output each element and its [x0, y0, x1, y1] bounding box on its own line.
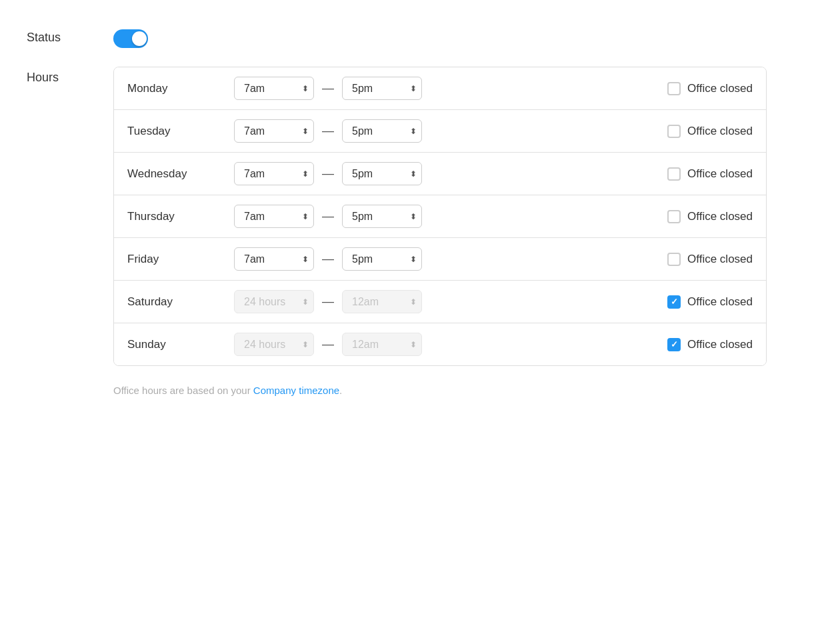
status-toggle-wrapper — [113, 29, 148, 48]
office-closed-label: Office closed — [687, 210, 753, 223]
end-time-wrapper: 12am1am2am3am4am5am6am7am8am9am10am11am1… — [342, 162, 422, 185]
time-controls: 12am1am2am3am4am5am6am7am8am9am10am11am1… — [234, 205, 647, 228]
day-name: Saturday — [127, 295, 234, 309]
office-closed-label: Office closed — [687, 253, 753, 266]
end-time-select: 12am — [342, 290, 422, 313]
office-closed-checkbox[interactable] — [667, 125, 681, 138]
day-name: Wednesday — [127, 167, 234, 181]
office-closed-wrap: Office closed — [667, 338, 753, 351]
time-controls: 12am1am2am3am4am5am6am7am8am9am10am11am1… — [234, 77, 647, 100]
start-time-wrapper: 12am1am2am3am4am5am6am7am8am9am10am11am1… — [234, 119, 314, 143]
time-controls: 24 hours—12am — [234, 333, 647, 356]
time-controls: 12am1am2am3am4am5am6am7am8am9am10am11am1… — [234, 119, 647, 143]
footer-note: Office hours are based on your Company t… — [27, 385, 813, 396]
table-row: Friday12am1am2am3am4am5am6am7am8am9am10a… — [114, 238, 766, 281]
table-row: Sunday24 hours—12amOffice closed — [114, 323, 766, 365]
table-row: Tuesday12am1am2am3am4am5am6am7am8am9am10… — [114, 110, 766, 153]
office-closed-wrap: Office closed — [667, 210, 753, 223]
office-closed-label: Office closed — [687, 338, 753, 351]
start-time-select[interactable]: 12am1am2am3am4am5am6am7am8am9am10am11am1… — [234, 119, 314, 143]
footer-text-before: Office hours are based on your — [113, 385, 253, 396]
office-closed-checkbox[interactable] — [667, 295, 681, 309]
end-time-select[interactable]: 12am1am2am3am4am5am6am7am8am9am10am11am1… — [342, 77, 422, 100]
time-controls: 24 hours—12am — [234, 290, 647, 313]
time-separator: — — [322, 81, 334, 95]
end-time-wrapper: 12am1am2am3am4am5am6am7am8am9am10am11am1… — [342, 247, 422, 271]
office-closed-checkbox[interactable] — [667, 82, 681, 95]
table-row: Thursday12am1am2am3am4am5am6am7am8am9am1… — [114, 195, 766, 238]
start-time-select[interactable]: 12am1am2am3am4am5am6am7am8am9am10am11am1… — [234, 77, 314, 100]
time-separator: — — [322, 209, 334, 223]
day-name: Tuesday — [127, 125, 234, 138]
time-separator: — — [322, 167, 334, 181]
hours-table: Monday12am1am2am3am4am5am6am7am8am9am10a… — [113, 67, 767, 366]
office-closed-wrap: Office closed — [667, 82, 753, 95]
start-time-wrapper: 12am1am2am3am4am5am6am7am8am9am10am11am1… — [234, 205, 314, 228]
office-closed-label: Office closed — [687, 82, 753, 95]
office-closed-label: Office closed — [687, 167, 753, 181]
day-name: Friday — [127, 253, 234, 266]
end-time-wrapper: 12am — [342, 290, 422, 313]
status-section: Status — [27, 27, 813, 48]
office-closed-checkbox[interactable] — [667, 338, 681, 351]
day-name: Monday — [127, 82, 234, 95]
start-time-select[interactable]: 12am1am2am3am4am5am6am7am8am9am10am11am1… — [234, 162, 314, 185]
end-time-select: 12am — [342, 333, 422, 356]
hours-label: Hours — [27, 67, 113, 85]
end-time-select[interactable]: 12am1am2am3am4am5am6am7am8am9am10am11am1… — [342, 162, 422, 185]
start-time-select[interactable]: 12am1am2am3am4am5am6am7am8am9am10am11am1… — [234, 205, 314, 228]
company-timezone-link[interactable]: Company timezone — [253, 385, 339, 396]
office-closed-wrap: Office closed — [667, 125, 753, 138]
table-row: Saturday24 hours—12amOffice closed — [114, 281, 766, 323]
office-closed-wrap: Office closed — [667, 253, 753, 266]
start-time-wrapper: 24 hours — [234, 333, 314, 356]
office-closed-label: Office closed — [687, 125, 753, 138]
toggle-thumb — [132, 31, 147, 46]
start-time-wrapper: 24 hours — [234, 290, 314, 313]
time-separator: — — [322, 252, 334, 266]
end-time-select[interactable]: 12am1am2am3am4am5am6am7am8am9am10am11am1… — [342, 205, 422, 228]
time-controls: 12am1am2am3am4am5am6am7am8am9am10am11am1… — [234, 247, 647, 271]
start-time-select[interactable]: 12am1am2am3am4am5am6am7am8am9am10am11am1… — [234, 247, 314, 271]
start-time-wrapper: 12am1am2am3am4am5am6am7am8am9am10am11am1… — [234, 77, 314, 100]
status-toggle[interactable] — [113, 29, 148, 48]
status-label: Status — [27, 27, 113, 45]
day-name: Sunday — [127, 338, 234, 351]
table-row: Monday12am1am2am3am4am5am6am7am8am9am10a… — [114, 67, 766, 110]
time-separator: — — [322, 124, 334, 138]
day-name: Thursday — [127, 210, 234, 223]
office-closed-checkbox[interactable] — [667, 210, 681, 223]
start-time-wrapper: 12am1am2am3am4am5am6am7am8am9am10am11am1… — [234, 247, 314, 271]
time-separator: — — [322, 295, 334, 309]
start-time-select: 24 hours — [234, 290, 314, 313]
time-separator: — — [322, 337, 334, 351]
end-time-wrapper: 12am — [342, 333, 422, 356]
start-time-select: 24 hours — [234, 333, 314, 356]
end-time-wrapper: 12am1am2am3am4am5am6am7am8am9am10am11am1… — [342, 77, 422, 100]
office-closed-wrap: Office closed — [667, 167, 753, 181]
end-time-select[interactable]: 12am1am2am3am4am5am6am7am8am9am10am11am1… — [342, 119, 422, 143]
office-closed-checkbox[interactable] — [667, 253, 681, 266]
table-row: Wednesday12am1am2am3am4am5am6am7am8am9am… — [114, 153, 766, 195]
end-time-wrapper: 12am1am2am3am4am5am6am7am8am9am10am11am1… — [342, 205, 422, 228]
start-time-wrapper: 12am1am2am3am4am5am6am7am8am9am10am11am1… — [234, 162, 314, 185]
office-closed-checkbox[interactable] — [667, 167, 681, 181]
time-controls: 12am1am2am3am4am5am6am7am8am9am10am11am1… — [234, 162, 647, 185]
footer-text-after: . — [339, 385, 342, 396]
end-time-wrapper: 12am1am2am3am4am5am6am7am8am9am10am11am1… — [342, 119, 422, 143]
hours-section: Hours Monday12am1am2am3am4am5am6am7am8am… — [27, 67, 813, 366]
office-closed-wrap: Office closed — [667, 295, 753, 309]
office-closed-label: Office closed — [687, 295, 753, 309]
end-time-select[interactable]: 12am1am2am3am4am5am6am7am8am9am10am11am1… — [342, 247, 422, 271]
